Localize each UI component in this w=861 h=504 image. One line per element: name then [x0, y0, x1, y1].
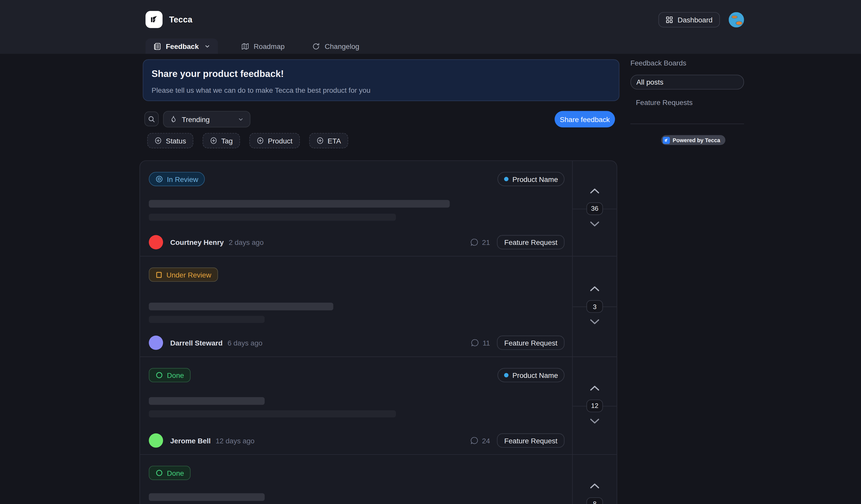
- sidebar-item-feature-requests[interactable]: Feature Requests: [630, 98, 744, 107]
- tab-roadmap[interactable]: Roadmap: [233, 39, 292, 54]
- plus-circle-icon: [154, 137, 162, 145]
- grid-icon: [666, 16, 673, 24]
- skeleton-title: [149, 493, 265, 501]
- refresh-icon: [312, 42, 320, 50]
- board-tag-button[interactable]: Feature Request: [497, 433, 565, 448]
- status-badge: In Review: [149, 172, 205, 186]
- powered-by-badge[interactable]: Powered by Tecca: [661, 135, 725, 145]
- search-button[interactable]: [145, 112, 159, 126]
- search-icon: [148, 115, 155, 123]
- vote-cell: 12: [572, 357, 617, 454]
- filter-tag-label: Tag: [221, 137, 233, 145]
- filter-status-label: Status: [166, 137, 186, 145]
- chevron-up-icon: [590, 385, 600, 391]
- brand-logo-icon: [664, 138, 669, 142]
- dashboard-button-label: Dashboard: [678, 15, 712, 24]
- user-avatar[interactable]: [728, 12, 744, 27]
- chevron-up-icon: [590, 188, 600, 194]
- skeleton-title: [149, 200, 450, 208]
- skeleton-text: [149, 214, 396, 221]
- chevron-up-icon: [590, 483, 600, 489]
- share-feedback-button[interactable]: Share feedback: [555, 111, 615, 127]
- banner-subtitle: Please tell us what we can do to make Te…: [152, 86, 611, 94]
- plus-circle-icon: [316, 137, 324, 145]
- chevron-up-icon: [590, 286, 600, 292]
- filter-chips: Status Tag Product ETA: [147, 133, 348, 148]
- filter-eta-chip[interactable]: ETA: [309, 133, 348, 148]
- post-card[interactable]: Done Product Name Jerome Bell 12 days ag…: [140, 357, 617, 455]
- upvote-button[interactable]: [589, 187, 601, 195]
- filter-product-label: Product: [268, 137, 293, 145]
- downvote-button[interactable]: [589, 219, 601, 228]
- post-time: 2 days ago: [229, 238, 264, 246]
- plus-circle-icon: [256, 137, 264, 145]
- author-name: Jerome Bell: [170, 436, 211, 445]
- filter-eta-label: ETA: [328, 137, 341, 145]
- brand: Tecca: [146, 11, 192, 28]
- tab-changelog-label: Changelog: [325, 42, 359, 50]
- upvote-button[interactable]: [589, 481, 601, 490]
- status-badge: Done: [149, 368, 191, 382]
- chevron-down-icon: [238, 116, 244, 122]
- powered-by-label: Powered by Tecca: [673, 137, 720, 143]
- boards-sidebar: Feedback Boards All posts Feature Reques…: [630, 59, 744, 145]
- post-card[interactable]: In Review Product Name Courtney Henry 2 …: [140, 161, 617, 257]
- upvote-button[interactable]: [589, 285, 601, 293]
- downvote-button[interactable]: [589, 317, 601, 326]
- post-card[interactable]: Under Review Darrell Steward 6 days ago …: [140, 257, 617, 357]
- done-status-icon: [155, 371, 163, 379]
- sidebar-divider: [630, 124, 744, 124]
- share-feedback-label: Share feedback: [560, 115, 610, 123]
- vote-cell: 8: [572, 455, 617, 504]
- brand-logo: [146, 11, 163, 28]
- brand-name: Tecca: [169, 15, 192, 24]
- dashboard-button[interactable]: Dashboard: [658, 12, 720, 27]
- sort-dropdown-value: Trending: [182, 115, 210, 123]
- chevron-down-icon: [590, 318, 600, 325]
- status-badge: Done: [149, 466, 191, 480]
- product-tag: Product Name: [497, 368, 564, 382]
- filter-tag-chip[interactable]: Tag: [203, 133, 240, 148]
- skeleton-text: [149, 316, 265, 323]
- brand-logo-icon: [149, 14, 159, 25]
- filter-product-chip[interactable]: Product: [249, 133, 300, 148]
- sidebar-item-all-posts[interactable]: All posts: [630, 74, 744, 90]
- skeleton-title: [149, 397, 265, 405]
- comment-count: 21: [470, 238, 490, 246]
- tab-feedback[interactable]: Feedback: [146, 39, 218, 54]
- comment-count: 11: [470, 338, 490, 347]
- status-badge: Under Review: [149, 268, 218, 282]
- vote-cell: 3: [572, 257, 617, 356]
- filter-status-chip[interactable]: Status: [147, 133, 193, 148]
- tab-roadmap-label: Roadmap: [254, 42, 285, 50]
- feedback-doc-icon: [153, 42, 161, 50]
- feedback-banner: Share your product feedback! Please tell…: [143, 59, 619, 101]
- post-card[interactable]: Done 8: [140, 455, 617, 504]
- app-root: Tecca Dashboard: [0, 0, 861, 504]
- board-tag-button[interactable]: Feature Request: [497, 336, 565, 350]
- upvote-button[interactable]: [589, 384, 601, 392]
- author-avatar: [149, 433, 163, 448]
- post-time: 12 days ago: [216, 436, 255, 445]
- author-name: Darrell Steward: [170, 339, 223, 347]
- under-review-status-icon: [155, 271, 163, 278]
- skeleton-title: [149, 303, 333, 310]
- plus-circle-icon: [210, 137, 217, 145]
- board-tag-button[interactable]: Feature Request: [497, 235, 565, 249]
- comment-bubble-icon: [470, 338, 479, 347]
- sort-dropdown[interactable]: Trending: [163, 111, 250, 127]
- chevron-down-icon: [590, 220, 600, 227]
- vote-count: 8: [586, 498, 603, 504]
- comment-bubble-icon: [470, 238, 479, 246]
- tab-feedback-label: Feedback: [166, 42, 199, 50]
- vote-count: 12: [586, 399, 603, 412]
- downvote-button[interactable]: [589, 417, 601, 425]
- banner-title: Share your product feedback!: [152, 69, 611, 80]
- top-header: Tecca Dashboard: [0, 0, 861, 54]
- in-review-status-icon: [155, 175, 163, 183]
- flame-icon: [170, 115, 177, 123]
- powered-by-logo-icon: [663, 137, 670, 144]
- post-time: 6 days ago: [228, 339, 262, 347]
- author-avatar: [149, 235, 163, 249]
- tab-changelog[interactable]: Changelog: [304, 39, 367, 54]
